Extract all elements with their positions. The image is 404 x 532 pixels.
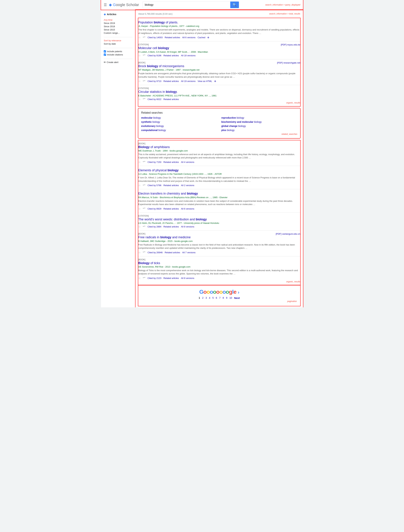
cited-by-link[interactable]: Cited by 7150	[148, 161, 161, 163]
all-versions-link[interactable]: All 6 versions	[182, 36, 195, 39]
include-citations-checkbox[interactable]: include citations	[104, 53, 133, 56]
article-title[interactable]: Biology of ticks	[138, 261, 300, 265]
related-search-item[interactable]: synthetic biology	[141, 120, 217, 123]
sidebar-item-custom-range[interactable]: Custom range...	[104, 32, 133, 34]
related-articles-link[interactable]: Related articles	[165, 36, 180, 39]
article-title[interactable]: The world's worst weeds: distribution an…	[138, 217, 300, 222]
cited-by-link[interactable]: Cited by 9710	[148, 80, 161, 82]
article-title[interactable]: Free radicals in biology and medicine	[138, 235, 300, 239]
related-search-item[interactable]: biochemistry and molecular biology	[221, 120, 297, 123]
related-search-item[interactable]: reproductive biology	[221, 116, 297, 119]
page-number-6[interactable]: 6	[216, 297, 217, 299]
related-search-item[interactable]: plos biology	[221, 129, 297, 132]
star-icon[interactable]: ☆	[138, 36, 141, 39]
article-title[interactable]: Molecular cell biology	[138, 46, 300, 50]
page-number-9[interactable]: 9	[226, 297, 227, 299]
more-icon[interactable]: ⊕	[207, 36, 209, 39]
related-articles-link[interactable]: Related articles	[163, 208, 179, 210]
related-articles-link[interactable]: Related articles	[165, 251, 180, 254]
all-versions-link[interactable]: All 6 versions	[181, 208, 194, 210]
quote-icon[interactable]: ❝❞	[143, 54, 145, 57]
more-icon[interactable]: ⊕	[214, 80, 216, 82]
quote-icon[interactable]: ❝❞	[143, 251, 145, 254]
cited-by-link[interactable]: Cited by 8929	[148, 208, 161, 210]
sidebar-item-since-2019[interactable]: Since 2019	[104, 22, 133, 25]
related-articles-link[interactable]: Related articles	[163, 277, 179, 279]
search-input[interactable]: biology	[143, 2, 230, 8]
star-icon[interactable]: ☆	[138, 54, 141, 57]
quote-icon[interactable]: ❝❞	[143, 225, 145, 228]
article-title[interactable]: Electron transfers in chemistry and biol…	[138, 192, 300, 196]
related-search-item[interactable]: computational biology	[141, 129, 217, 132]
cited-by-link[interactable]: Cited by 5796	[148, 184, 161, 187]
star-icon[interactable]: ☆	[138, 207, 141, 210]
page-number-4[interactable]: 4	[209, 297, 210, 299]
search-button[interactable]: 🔍	[230, 1, 239, 8]
sort-by-date[interactable]: Sort by date	[104, 43, 133, 45]
star-icon[interactable]: ☆	[138, 277, 141, 280]
cited-by-link[interactable]: Cited by 26946	[148, 251, 163, 254]
all-versions-link[interactable]: All 18 versions	[181, 54, 196, 57]
related-search-item[interactable]: evolutionary biology	[141, 125, 217, 127]
quote-icon[interactable]: ❝❞	[143, 161, 145, 163]
star-icon[interactable]: ☆	[138, 80, 141, 83]
related-articles-link[interactable]: Related articles	[163, 98, 179, 101]
quote-icon[interactable]: ❝❞	[143, 184, 145, 187]
citations-checkbox-input[interactable]	[104, 54, 106, 56]
pagination-chevron[interactable]: ›	[238, 289, 239, 295]
star-icon[interactable]: ☆	[138, 225, 141, 228]
page-number-8[interactable]: 8	[222, 297, 224, 299]
article-title[interactable]: Circular statistics in biology.	[138, 90, 300, 94]
all-versions-link[interactable]: All 2 versions	[181, 184, 194, 187]
all-versions-link[interactable]: All 19 versions	[181, 80, 196, 82]
cited-by-link[interactable]: Cited by 6022	[148, 98, 161, 101]
star-icon[interactable]: ☆	[138, 184, 141, 187]
include-patents-checkbox[interactable]: include patents	[104, 50, 133, 53]
all-versions-link[interactable]: All 4 versions	[181, 161, 194, 163]
star-icon[interactable]: ☆	[138, 160, 141, 164]
all-versions-link[interactable]: All 8 versions	[181, 277, 194, 279]
create-alert[interactable]: ✉ Create alert	[104, 61, 133, 63]
article-title[interactable]: Elements of physical biology	[138, 168, 300, 172]
related-articles-link[interactable]: Related articles	[163, 225, 179, 228]
page-number-5[interactable]: 5	[212, 297, 214, 299]
menu-icon[interactable]: ☰	[104, 3, 107, 7]
cited-by-link[interactable]: Cited by 2884	[148, 225, 161, 228]
page-number-7[interactable]: 7	[219, 297, 221, 299]
quote-icon[interactable]: ❝❞	[143, 207, 145, 210]
sidebar-item-any-time[interactable]: Any time	[104, 19, 133, 21]
sort-by-relevance[interactable]: Sort by relevance	[104, 39, 133, 42]
related-articles-link[interactable]: Related articles	[163, 80, 179, 82]
related-search-item[interactable]: global change biology	[221, 125, 297, 127]
pdf-link[interactable]: [PDF] vanlanguni.edu.vn	[276, 233, 300, 235]
quote-icon[interactable]: ❝❞	[143, 277, 145, 279]
sidebar-item-since-2015[interactable]: Since 2015	[104, 28, 133, 31]
page-number-2[interactable]: 2	[202, 297, 203, 299]
cited-by-link[interactable]: Cited by 9196	[148, 54, 161, 57]
sidebar-item-since-2018[interactable]: Since 2018	[104, 25, 133, 28]
related-search-item[interactable]: molecular biology	[141, 116, 217, 119]
all-versions-link[interactable]: All 8 versions	[181, 225, 194, 228]
article-title[interactable]: Brock biology of microorganisms	[138, 64, 300, 68]
all-versions-link[interactable]: All 7 versions	[182, 251, 195, 254]
quote-icon[interactable]: ❝❞	[143, 98, 145, 101]
pdf-link[interactable]: [PDF] researchgate.net	[277, 62, 300, 64]
star-icon[interactable]: ☆	[138, 251, 141, 254]
page-number-1[interactable]: 1	[199, 297, 200, 299]
view-html-link[interactable]: View as HTML	[197, 80, 212, 82]
related-articles-link[interactable]: Related articles	[163, 184, 179, 187]
related-articles-link[interactable]: Related articles	[163, 161, 179, 163]
patents-checkbox-input[interactable]	[104, 50, 106, 52]
page-number-10[interactable]: 10	[229, 297, 232, 299]
article-title[interactable]: Population biology of plants.	[138, 20, 300, 25]
cached-link[interactable]: Cached	[197, 36, 205, 39]
quote-icon[interactable]: ❝❞	[143, 36, 145, 39]
article-title[interactable]: Biology of amphibians	[138, 145, 300, 149]
cited-by-link[interactable]: Cited by 2123	[148, 277, 161, 279]
pdf-link[interactable]: [PDF] nsysu.edu.tw	[281, 43, 300, 46]
star-icon[interactable]: ☆	[138, 98, 141, 101]
quote-icon[interactable]: ❝❞	[143, 80, 145, 83]
related-articles-link[interactable]: Related articles	[163, 54, 179, 57]
cited-by-link[interactable]: Cited by 14003	[148, 36, 163, 39]
pagination-next-button[interactable]: Next	[234, 297, 240, 299]
